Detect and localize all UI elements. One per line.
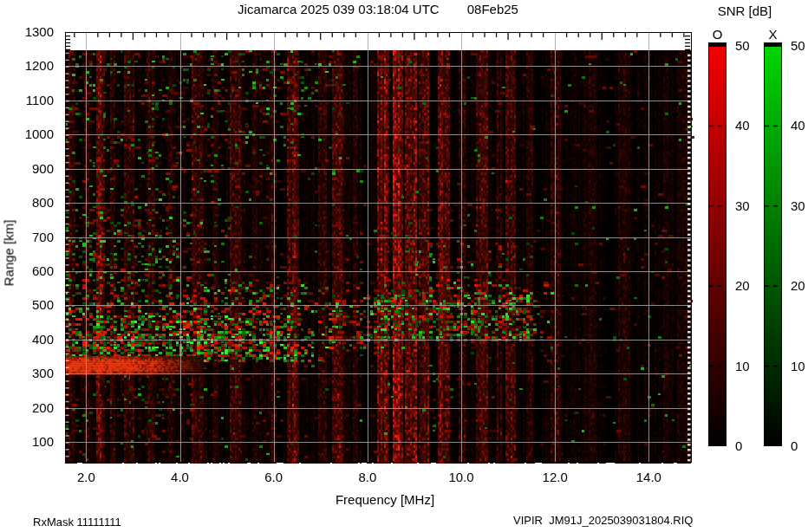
o-mode-label: O <box>708 27 727 44</box>
y-tick-label: 1000 <box>9 127 54 141</box>
x-axis-label: Frequency [MHz] <box>298 492 472 507</box>
y-tick-label: 700 <box>9 230 54 244</box>
o-colorbar-tick: 0 <box>735 438 765 453</box>
x-tick-label: 6.0 <box>253 470 295 484</box>
o-colorbar-tick: 50 <box>735 38 765 53</box>
y-tick-label: 100 <box>9 434 54 449</box>
filename-footer: VIPIR JM91J_2025039031804.RIQ <box>513 514 693 527</box>
x-tick-label: 4.0 <box>160 470 201 484</box>
x-tick-label: 8.0 <box>347 470 388 484</box>
y-tick-label: 900 <box>9 161 54 176</box>
date-label: 08Feb25 <box>467 2 518 16</box>
x-tick-label: 14.0 <box>628 470 669 484</box>
x-mode-label: X <box>764 27 782 44</box>
rxmask-footer: RxMask 11111111 <box>33 516 121 529</box>
x-colorbar-tick: 40 <box>791 118 808 133</box>
y-tick-label: 600 <box>9 263 54 278</box>
y-tick-label: 800 <box>9 195 54 210</box>
x-colorbar-tick: 50 <box>791 38 808 53</box>
y-tick-label: 1100 <box>9 93 54 107</box>
y-tick-label: 1300 <box>9 24 54 39</box>
ionogram-figure: Jicamarca 2025 039 03:18:04 UTC 08Feb25 … <box>0 0 808 532</box>
o-colorbar-tick: 20 <box>735 278 765 293</box>
o-colorbar-tick: 30 <box>735 198 765 213</box>
y-tick-label: 300 <box>9 366 54 380</box>
x-tick-label: 12.0 <box>534 470 576 484</box>
x-colorbar-tick: 0 <box>791 438 808 453</box>
y-tick-label: 400 <box>9 332 54 347</box>
o-colorbar-tick: 10 <box>735 359 765 373</box>
colorbar-title: SNR [dB] <box>703 3 786 18</box>
o-colorbar-tick: 40 <box>735 118 765 133</box>
ionogram-plot-canvas <box>0 0 808 532</box>
y-tick-label: 200 <box>9 400 54 415</box>
x-colorbar-tick: 30 <box>791 198 808 213</box>
x-colorbar-tick: 10 <box>791 359 808 373</box>
x-tick-label: 2.0 <box>65 470 107 484</box>
y-tick-label: 500 <box>9 297 54 312</box>
x-colorbar-tick: 20 <box>791 278 808 293</box>
title-row: Jicamarca 2025 039 03:18:04 UTC 08Feb25 <box>65 2 691 16</box>
page-title: Jicamarca 2025 039 03:18:04 UTC <box>238 2 440 16</box>
y-tick-label: 1200 <box>9 58 54 73</box>
x-tick-label: 10.0 <box>440 470 482 484</box>
